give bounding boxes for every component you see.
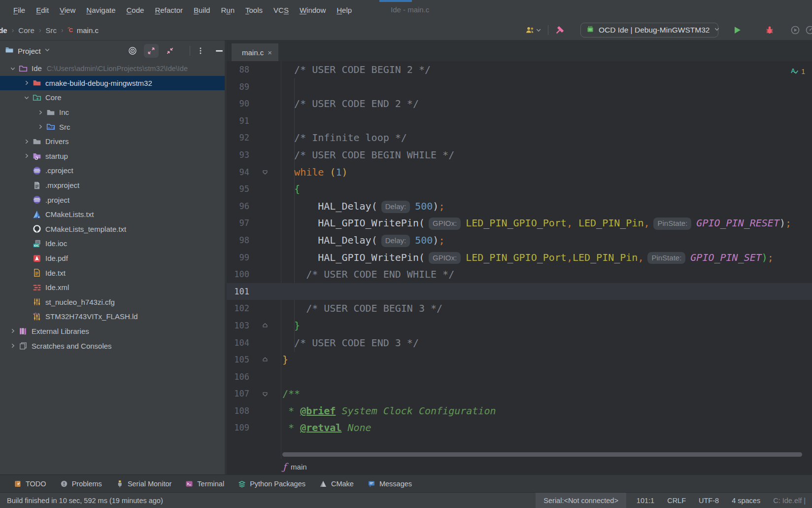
chevron-right-icon[interactable] [9,327,16,334]
menu-item-navigate[interactable]: Navigate [81,6,121,14]
line-number: 91 [227,112,249,130]
menu-item-view[interactable]: View [54,6,81,14]
tree-item-cmakelists-template-txt[interactable]: CMakeLists_template.txt [0,222,225,237]
tree-item-ide-xml[interactable]: Ide.xml [0,280,225,295]
menu-item-window[interactable]: Window [294,6,331,14]
chevron-right-icon[interactable] [23,138,30,145]
chevron-right-icon[interactable] [37,123,44,130]
chevron-down-icon[interactable] [9,65,16,72]
tree-item--mxproject[interactable]: .mxproject [0,178,225,193]
tree-item--project[interactable]: .project [0,192,225,207]
code-line-108: 108 * @brief System Clock Configuration [227,402,812,420]
tree-item-inc[interactable]: Inc [0,105,225,120]
menu-item-file[interactable]: File [8,6,31,14]
tree-item-ide[interactable]: IdeC:\Users\admin\CLionProjects\stm32\Id… [0,61,225,76]
tree-item-cmake-build-debug-mingwstm32[interactable]: cmake-build-debug-mingwstm32 [0,76,225,91]
code-with-me-button[interactable] [525,25,542,35]
breadcrumb-file[interactable]: Cmain.c [67,26,99,35]
chevron-right-icon[interactable] [23,79,30,86]
hide-panel-button[interactable] [215,46,224,55]
fold-down-icon[interactable] [262,391,269,398]
tree-item-ide-ioc[interactable]: IOCIde.ioc [0,236,225,251]
tool-window-label: Terminal [197,480,224,488]
tree-item-external-libraries[interactable]: External Libraries [0,324,225,339]
chevron-right-icon[interactable] [37,109,44,116]
breadcrumb-src[interactable]: Src [46,26,57,35]
breadcrumb-core[interactable]: Core [18,26,34,35]
tool-window-button-todo[interactable]: TODO [7,480,53,488]
status-serial-status[interactable]: Serial:<Not connected> [536,493,626,508]
tree-item-cmakelists-txt[interactable]: CMakeLists.txt [0,207,225,222]
tree-item-label: Ide.ioc [45,239,67,248]
fold-up-icon[interactable] [262,322,269,329]
fold-down-icon[interactable] [262,169,269,176]
menu-item-edit[interactable]: Edit [31,6,54,14]
tool-window-button-cmake[interactable]: CMake [312,480,361,488]
close-tab-icon[interactable]: × [268,48,272,57]
horizontal-scrollbar[interactable] [282,452,802,457]
folder-project-icon [19,64,28,73]
tool-window-button-messages[interactable]: Messages [361,480,419,488]
tree-item-ide-pdf[interactable]: Ide.pdf [0,251,225,266]
tree-item-label: CMakeLists_template.txt [45,225,126,233]
run-configuration-label: OCD Ide | Debug-MinGWSTM32 [599,26,710,35]
menu-item-code[interactable]: Code [121,6,150,14]
menu-item-vcs[interactable]: VCS [268,6,294,14]
debug-button[interactable] [765,25,775,35]
line-number: 106 [227,368,249,386]
fold-up-icon[interactable] [262,356,269,363]
tool-window-button-problems[interactable]: Problems [53,480,109,488]
build-button[interactable] [555,25,565,35]
inspection-count: 1 [801,68,805,75]
tool-window-label: TODO [26,480,46,488]
status-caret-position[interactable]: 101:1 [630,493,661,508]
status-indent-style[interactable]: 4 spaces [725,493,767,508]
parameter-hint: GPIOx: [429,252,461,264]
tool-window-button-python-packages[interactable]: Python Packages [231,480,312,488]
menu-item-build[interactable]: Build [188,6,215,14]
run-configuration-select[interactable]: OCD Ide | Debug-MinGWSTM32 [580,23,718,37]
tool-window-button-terminal[interactable]: Terminal [178,480,231,488]
tree-item-ide-txt[interactable]: Ide.txt [0,265,225,280]
chevron-right-icon[interactable] [9,342,16,349]
tree-item--cproject[interactable]: .cproject [0,163,225,178]
menu-item-refactor[interactable]: Refactor [149,6,188,14]
run-button[interactable] [732,25,742,35]
workspace: Project IdeC:\Users\admin\CLionProjects\… [0,40,812,474]
tree-item-st-nucleo-h743zi-cfg[interactable]: st_nucleo_h743zi.cfg [0,295,225,310]
locate-file-button[interactable] [128,46,137,55]
menu-item-tools[interactable]: Tools [240,6,268,14]
tree-item-label: Drivers [45,137,69,145]
tool-window-button-serial-monitor[interactable]: Serial Monitor [109,480,178,488]
tree-item-scratches-and-consoles[interactable]: Scratches and Consoles [0,338,225,353]
tree-item-src[interactable]: </>Src [0,119,225,134]
tree-item-core[interactable]: Core [0,90,225,105]
run-with-coverage-button[interactable] [790,25,800,35]
tab-main-c[interactable]: main.c × [232,43,278,61]
collapse-all-button[interactable] [166,46,174,55]
code-editor[interactable]: 88 /* USER CODE BEGIN 2 */8990 /* USER C… [227,61,812,459]
expand-all-button[interactable] [144,44,159,58]
code-line-94: 94 while (1) [227,164,812,181]
status-line-separator[interactable]: CRLF [661,493,692,508]
tree-item-drivers[interactable]: Drivers [0,134,225,149]
breadcrumb-ide[interactable]: Ide [0,26,7,35]
code-line-109: 109 * @retval None [227,419,812,436]
inspections-widget[interactable]: A 1 [790,66,805,77]
tree-item-stm32h743vitx-flash-ld[interactable]: <\>STM32H743VITx_FLASH.ld [0,309,225,324]
status-file-encoding[interactable]: UTF-8 [692,493,725,508]
more-options-button[interactable] [196,46,205,55]
chevron-right-icon[interactable] [23,152,30,159]
chevron-down-icon[interactable] [23,94,30,101]
eclipse-icon [33,166,41,175]
file-gray-icon [33,181,41,190]
menu-item-run[interactable]: Run [215,6,240,14]
status-run-target[interactable]: C: Ide.elf | [767,493,812,508]
breadcrumb-function[interactable]: main [291,463,307,471]
tree-item-startup[interactable]: startup [0,149,225,164]
project-tool-icon [5,45,14,54]
project-panel-title[interactable]: Project [18,47,41,55]
menu-item-help[interactable]: Help [331,6,357,14]
profiler-button[interactable] [805,25,812,35]
chevron-down-icon[interactable] [44,46,51,55]
